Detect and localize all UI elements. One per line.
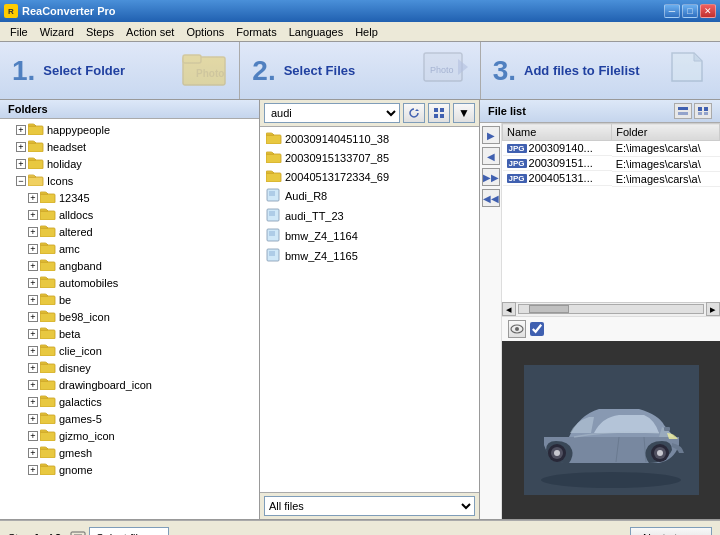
expand-button[interactable]: + <box>28 465 38 475</box>
files-list[interactable]: 20030914045110_38 20030915133707_85 2004… <box>260 127 479 492</box>
folder-tree-item[interactable]: + 12345 <box>0 189 259 206</box>
menu-actionset[interactable]: Action set <box>120 24 180 40</box>
expand-button[interactable]: + <box>28 295 38 305</box>
folder-tree-item[interactable]: + automobiles <box>0 274 259 291</box>
expand-button[interactable]: + <box>28 261 38 271</box>
folder-tree-item[interactable]: + disney <box>0 359 259 376</box>
step-select[interactable]: Select files <box>89 527 169 535</box>
menu-help[interactable]: Help <box>349 24 384 40</box>
svg-rect-21 <box>40 347 55 356</box>
next-step-button[interactable]: Next step > <box>630 527 712 535</box>
view-button[interactable] <box>428 103 450 123</box>
folder-tree-item[interactable]: + gnome <box>0 461 259 478</box>
folder-name: automobiles <box>59 277 118 289</box>
svg-rect-24 <box>40 398 55 407</box>
expand-button[interactable]: + <box>28 397 38 407</box>
svg-rect-14 <box>40 228 55 237</box>
expand-button[interactable]: + <box>28 431 38 441</box>
move-all-left-button[interactable]: ◀◀ <box>482 189 500 207</box>
expand-button[interactable]: + <box>28 448 38 458</box>
expand-button[interactable]: + <box>28 227 38 237</box>
preview-image-container <box>502 341 720 520</box>
expand-button[interactable]: + <box>16 125 26 135</box>
expand-button[interactable]: + <box>16 159 26 169</box>
menu-file[interactable]: File <box>4 24 34 40</box>
preview-eye-button[interactable] <box>508 320 526 338</box>
menu-steps[interactable]: Steps <box>80 24 120 40</box>
folder-tree-item[interactable]: + be <box>0 291 259 308</box>
folder-tree-item[interactable]: + amc <box>0 240 259 257</box>
move-all-right-button[interactable]: ▶▶ <box>482 168 500 186</box>
minimize-button[interactable]: ─ <box>664 4 680 18</box>
filelist-hscroll[interactable] <box>518 304 704 314</box>
svg-rect-33 <box>440 114 444 118</box>
filelist-cell-folder: E:\images\cars\a\ <box>612 171 720 186</box>
refresh-button[interactable] <box>403 103 425 123</box>
folder-select[interactable]: audi <box>264 103 400 123</box>
preview-checkbox[interactable] <box>530 322 544 336</box>
folder-tree-item[interactable]: + beta <box>0 325 259 342</box>
maximize-button[interactable]: □ <box>682 4 698 18</box>
file-list-item[interactable]: Audi_R8 <box>262 186 477 206</box>
expand-button[interactable]: + <box>28 210 38 220</box>
menu-languages[interactable]: Languages <box>283 24 349 40</box>
filter-select[interactable]: All files <box>264 496 475 516</box>
folder-tree-item[interactable]: + clie_icon <box>0 342 259 359</box>
filelist-row[interactable]: JPG 200405131... E:\images\cars\a\ <box>503 171 720 186</box>
expand-button[interactable]: + <box>28 329 38 339</box>
file-list-item[interactable]: audi_TT_23 <box>262 206 477 226</box>
expand-button[interactable]: + <box>28 312 38 322</box>
folder-tree-item[interactable]: + galactics <box>0 393 259 410</box>
jpg-badge: JPG <box>507 144 527 153</box>
move-right-button[interactable]: ▶ <box>482 126 500 144</box>
svg-rect-22 <box>40 364 55 373</box>
expand-button[interactable]: + <box>28 193 38 203</box>
expand-button[interactable]: + <box>16 142 26 152</box>
folder-tree-item[interactable]: + games-5 <box>0 410 259 427</box>
filelist-icon-btn-1[interactable] <box>674 103 692 119</box>
folder-tree-item[interactable]: + headset <box>0 138 259 155</box>
menu-wizard[interactable]: Wizard <box>34 24 80 40</box>
file-list-item[interactable]: bmw_Z4_1165 <box>262 246 477 266</box>
folder-icon <box>40 241 56 256</box>
file-list-item[interactable]: 20040513172334_69 <box>262 167 477 186</box>
expand-button[interactable]: + <box>28 278 38 288</box>
move-left-button[interactable]: ◀ <box>482 147 500 165</box>
expand-button[interactable]: + <box>28 414 38 424</box>
filelist-table-area[interactable]: Name Folder JPG 200309140... E:\images\c… <box>502 123 720 302</box>
window-title: ReaConverter Pro <box>22 5 116 17</box>
folder-tree-item[interactable]: + altered <box>0 223 259 240</box>
svg-rect-27 <box>40 449 55 458</box>
svg-rect-44 <box>269 251 275 256</box>
folder-tree-item[interactable]: + happypeople <box>0 121 259 138</box>
filelist-row[interactable]: JPG 200309151... E:\images\cars\a\ <box>503 156 720 171</box>
expand-button[interactable]: + <box>28 380 38 390</box>
folders-tree[interactable]: + happypeople+ headset+ holiday− Icons+ … <box>0 119 259 519</box>
folder-tree-item[interactable]: + drawingboard_icon <box>0 376 259 393</box>
folder-tree-item[interactable]: + gmesh <box>0 444 259 461</box>
filelist-row[interactable]: JPG 200309140... E:\images\cars\a\ <box>503 141 720 157</box>
close-button[interactable]: ✕ <box>700 4 716 18</box>
view-list-button[interactable]: ▼ <box>453 103 475 123</box>
file-list-item[interactable]: 20030914045110_38 <box>262 129 477 148</box>
folder-tree-item[interactable]: + alldocs <box>0 206 259 223</box>
expand-button[interactable]: + <box>28 363 38 373</box>
hscroll-left[interactable]: ◂ <box>502 302 516 316</box>
folder-tree-item[interactable]: + gizmo_icon <box>0 427 259 444</box>
folder-tree-item[interactable]: − Icons <box>0 172 259 189</box>
folder-tree-item[interactable]: + be98_icon <box>0 308 259 325</box>
folder-icon <box>40 292 56 307</box>
folder-name: 12345 <box>59 192 90 204</box>
svg-point-54 <box>541 472 681 488</box>
filelist-icon-btn-2[interactable] <box>694 103 712 119</box>
file-list-item[interactable]: 20030915133707_85 <box>262 148 477 167</box>
expand-button[interactable]: + <box>28 346 38 356</box>
folder-tree-item[interactable]: + holiday <box>0 155 259 172</box>
hscroll-right[interactable]: ▸ <box>706 302 720 316</box>
expand-button[interactable]: + <box>28 244 38 254</box>
menu-formats[interactable]: Formats <box>230 24 282 40</box>
menu-options[interactable]: Options <box>180 24 230 40</box>
file-list-item[interactable]: bmw_Z4_1164 <box>262 226 477 246</box>
expand-button[interactable]: − <box>16 176 26 186</box>
folder-tree-item[interactable]: + angband <box>0 257 259 274</box>
